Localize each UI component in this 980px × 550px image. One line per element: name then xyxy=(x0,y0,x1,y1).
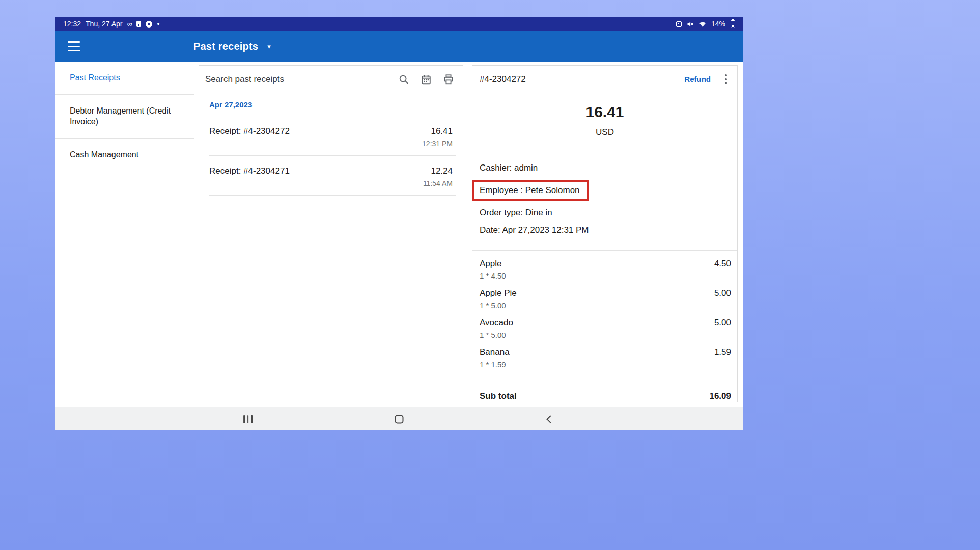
employee-line: Employee : Pete Solomon xyxy=(480,180,730,201)
receipt-label: Receipt: #4-2304271 xyxy=(209,166,290,176)
cashier-line: Cashier: admin xyxy=(480,163,730,173)
app-bar: Past receipts ▾ xyxy=(55,31,743,62)
receipt-summary-block: Sub total 16.09 Discount 0.00 xyxy=(472,382,737,402)
battery-percent: 14% xyxy=(711,20,725,28)
item-qty: 1 * 4.50 xyxy=(480,271,731,280)
vpn-key-icon: ∞ xyxy=(127,20,132,28)
screen-record-icon xyxy=(146,21,152,28)
subtotal-label: Sub total xyxy=(480,391,517,401)
status-bar: 12:32 Thu, 27 Apr ∞ • 14% xyxy=(55,17,743,31)
employee-highlight-box: Employee : Pete Solomon xyxy=(472,180,589,201)
back-button[interactable] xyxy=(546,415,554,423)
item-name: Banana xyxy=(480,347,510,358)
receipt-amount: 16.41 xyxy=(422,126,453,136)
receipt-info-block: Cashier: admin Employee : Pete Solomon O… xyxy=(472,150,737,251)
receipt-detail-panel: #4-2304272 Refund 16.41 USD Cashier: adm… xyxy=(472,65,738,402)
receipt-date-line: Date: Apr 27,2023 12:31 PM xyxy=(480,225,730,235)
item-price: 1.59 xyxy=(714,347,731,358)
receipt-currency: USD xyxy=(472,127,737,138)
sidebar-item-label: Debtor Management (Credit Invoice) xyxy=(70,106,171,126)
line-item: Apple Pie 5.00 1 * 5.00 xyxy=(480,288,731,310)
subtotal-row: Sub total 16.09 xyxy=(480,391,731,401)
receipt-label: Receipt: #4-2304272 xyxy=(209,126,290,136)
receipt-time: 11:54 AM xyxy=(423,179,453,187)
item-price: 4.50 xyxy=(714,259,731,269)
clock: 12:32 xyxy=(63,20,81,28)
receipt-id: #4-2304272 xyxy=(480,74,684,85)
item-qty: 1 * 5.00 xyxy=(480,331,731,339)
sim-status-icon xyxy=(136,21,141,27)
subtotal-value: 16.09 xyxy=(709,391,731,401)
wifi-icon xyxy=(698,21,707,28)
receipt-total: 16.41 xyxy=(472,103,737,121)
battery-icon xyxy=(731,20,735,28)
receipt-items-block: Apple 4.50 1 * 4.50 Apple Pie 5.00 1 * 5… xyxy=(472,251,737,382)
receipt-time: 12:31 PM xyxy=(422,140,453,148)
sidebar-item-cash-management[interactable]: Cash Management xyxy=(55,139,194,172)
status-date: Thu, 27 Apr xyxy=(86,20,122,28)
receipt-amount: 12.24 xyxy=(423,166,453,176)
receipts-list-panel: Apr 27,2023 Receipt: #4-2304272 16.41 12… xyxy=(199,65,463,402)
more-options-icon[interactable] xyxy=(723,72,729,86)
print-icon[interactable] xyxy=(442,73,455,86)
search-bar xyxy=(199,66,463,93)
android-nav-bar xyxy=(55,407,743,430)
page-title: Past receipts xyxy=(193,41,258,52)
line-item: Avocado 5.00 1 * 5.00 xyxy=(480,318,731,339)
item-name: Apple xyxy=(480,259,501,269)
device-status-icon xyxy=(676,21,682,27)
receipt-total-block: 16.41 USD xyxy=(472,93,737,150)
search-input[interactable] xyxy=(205,74,387,85)
line-item: Apple 4.50 1 * 4.50 xyxy=(480,259,731,280)
mute-icon xyxy=(686,20,694,28)
chevron-down-icon: ▾ xyxy=(267,43,271,50)
item-qty: 1 * 5.00 xyxy=(480,301,731,310)
status-bar-right: 14% xyxy=(676,20,735,28)
receipt-detail-header: #4-2304272 Refund xyxy=(472,66,737,93)
order-type-line: Order type: Dine in xyxy=(480,208,730,218)
refund-button[interactable]: Refund xyxy=(684,75,711,84)
item-qty: 1 * 1.59 xyxy=(480,360,731,369)
item-name: Apple Pie xyxy=(480,288,517,298)
receipt-row[interactable]: Receipt: #4-2304272 16.41 12:31 PM xyxy=(199,116,463,156)
content-area: Past Receipts Debtor Management (Credit … xyxy=(55,62,743,407)
title-dropdown[interactable]: Past receipts ▾ xyxy=(193,31,271,62)
sidebar: Past Receipts Debtor Management (Credit … xyxy=(55,62,194,171)
sidebar-item-debtor-management[interactable]: Debtor Management (Credit Invoice) xyxy=(55,95,194,139)
item-price: 5.00 xyxy=(714,318,731,328)
status-bar-left: 12:32 Thu, 27 Apr ∞ • xyxy=(63,20,159,28)
receipts-date-header: Apr 27,2023 xyxy=(199,93,463,116)
search-icon[interactable] xyxy=(398,73,410,86)
menu-icon[interactable] xyxy=(68,41,80,51)
notification-dot-icon: • xyxy=(157,20,159,28)
calendar-icon[interactable] xyxy=(420,73,432,86)
tablet-screen: 12:32 Thu, 27 Apr ∞ • 14% Past receipts … xyxy=(55,17,743,430)
item-name: Avocado xyxy=(480,318,513,328)
home-button[interactable] xyxy=(395,415,404,423)
sidebar-item-past-receipts[interactable]: Past Receipts xyxy=(55,62,194,95)
recents-button[interactable] xyxy=(243,415,253,423)
receipt-row[interactable]: Receipt: #4-2304271 12.24 11:54 AM xyxy=(199,156,463,196)
line-item: Banana 1.59 1 * 1.59 xyxy=(480,347,731,369)
sidebar-item-label: Cash Management xyxy=(70,150,138,159)
sidebar-item-label: Past Receipts xyxy=(70,73,120,82)
divider xyxy=(209,195,456,196)
item-price: 5.00 xyxy=(714,288,731,298)
